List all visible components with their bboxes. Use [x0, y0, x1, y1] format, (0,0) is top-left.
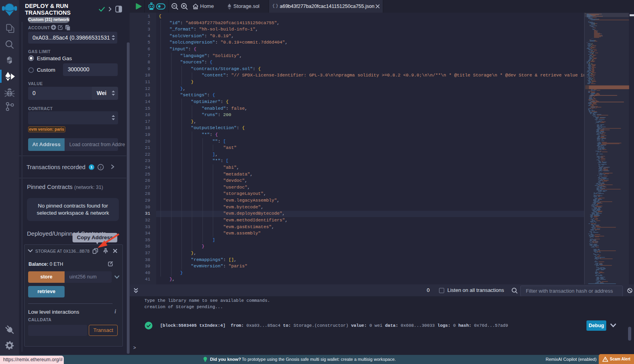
svg-text:i: i — [100, 165, 101, 170]
